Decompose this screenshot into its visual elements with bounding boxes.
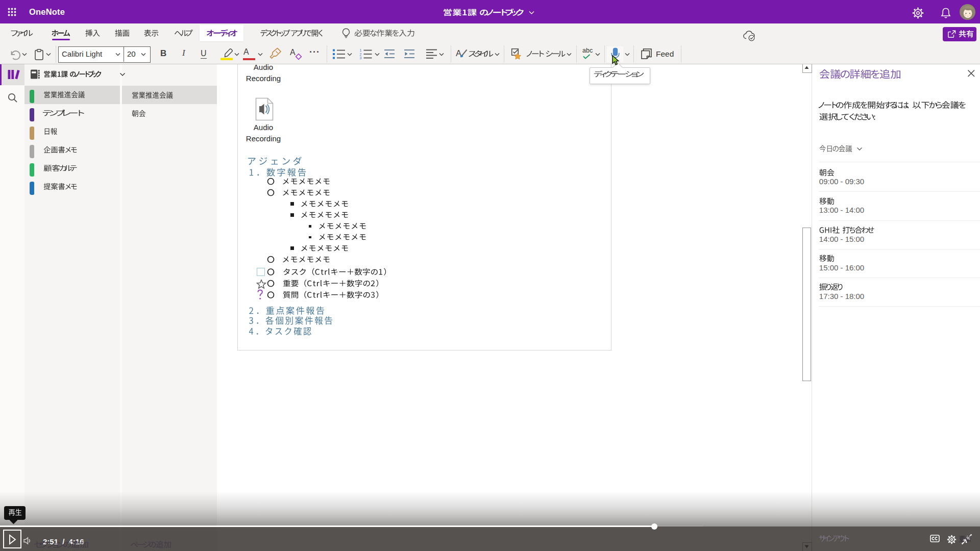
svg-text:3: 3 [360,56,362,60]
svg-text:1: 1 [360,48,362,52]
svg-text:2: 2 [360,53,362,56]
